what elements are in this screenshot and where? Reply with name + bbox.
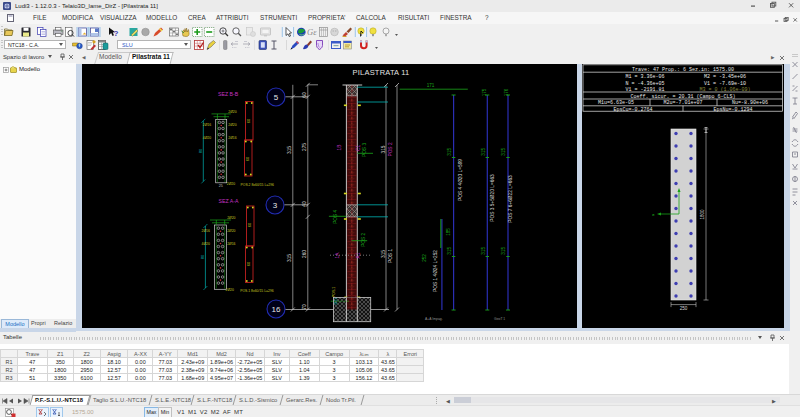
svg-text:M2 = -3.45e+06: M2 = -3.45e+06 <box>704 74 746 80</box>
svg-text:4Ø20: 4Ø20 <box>203 136 211 140</box>
svg-text:2Ø16: 2Ø16 <box>228 136 236 140</box>
svg-text:2Ø16: 2Ø16 <box>227 242 235 246</box>
svg-text:80: 80 <box>200 254 205 259</box>
svg-text:60: 60 <box>246 261 251 266</box>
svg-text:315: 315 <box>481 247 486 255</box>
svg-text:POS.1: POS.1 <box>332 287 336 298</box>
svg-text:252: 252 <box>422 254 427 262</box>
svg-text:315: 315 <box>381 145 386 153</box>
svg-text:2Ø20: 2Ø20 <box>228 110 236 114</box>
svg-text:POS 7 6+6Ø22 L=663: POS 7 6+6Ø22 L=663 <box>508 175 513 223</box>
svg-text:M1 = 3.36e-06: M1 = 3.36e-06 <box>625 74 664 80</box>
svg-text:3: 3 <box>273 201 278 210</box>
svg-text:70: 70 <box>302 304 307 310</box>
svg-text:C1: C1 <box>356 145 361 151</box>
svg-text:1B: 1B <box>337 145 342 151</box>
svg-text:315: 315 <box>381 250 386 258</box>
svg-text:60: 60 <box>246 118 251 123</box>
svg-text:315: 315 <box>447 148 452 156</box>
svg-text:2Ø20: 2Ø20 <box>228 123 236 127</box>
svg-text:25: 25 <box>219 184 223 188</box>
svg-text:SEZ B-B: SEZ B-B <box>218 91 239 97</box>
svg-text:EpsCu=-0.2764: EpsCu=-0.2764 <box>613 107 652 113</box>
svg-text:2Ø20: 2Ø20 <box>227 229 235 233</box>
svg-text:16: 16 <box>272 305 281 314</box>
svg-text:POS 2: POS 2 <box>361 232 366 246</box>
svg-text:A+A Impag.: A+A Impag. <box>425 317 443 321</box>
svg-text:315: 315 <box>447 247 452 255</box>
svg-text:POS 2: POS 2 <box>388 142 393 156</box>
svg-text:V1 = -7.69e-10: V1 = -7.69e-10 <box>704 81 746 87</box>
svg-text:2Ø16: 2Ø16 <box>203 123 211 127</box>
svg-text:315: 315 <box>501 148 506 156</box>
svg-text:EpsNu=-0.1294: EpsNu=-0.1294 <box>713 107 752 113</box>
svg-text:5: 5 <box>274 93 279 102</box>
svg-text:Nu=-8.90e+06: Nu=-8.90e+06 <box>732 100 768 106</box>
svg-text:POS.2 8x60/15 L=296: POS.2 8x60/15 L=296 <box>241 183 275 187</box>
svg-text:275: 275 <box>302 143 307 151</box>
svg-text:4Ø20: 4Ø20 <box>202 242 210 246</box>
svg-text:60: 60 <box>302 92 307 98</box>
svg-text:175: 175 <box>482 88 487 96</box>
svg-text:40: 40 <box>302 201 307 207</box>
svg-text:POS 4 4Ø20 L=599: POS 4 4Ø20 L=599 <box>458 159 463 201</box>
svg-text:80: 80 <box>198 148 203 153</box>
svg-text:PILASTRATA 11: PILASTRATA 11 <box>353 68 410 77</box>
svg-text:315: 315 <box>287 146 292 154</box>
svg-text:?: ? <box>114 28 119 37</box>
svg-text:315: 315 <box>501 247 506 255</box>
svg-text:Ø12: Ø12 <box>334 298 338 305</box>
svg-text:M2u=-7.01e+07: M2u=-7.01e+07 <box>663 100 702 106</box>
svg-text:Coeff. sicur. = 20.31 (Campo 6: Coeff. sicur. = 20.31 (Campo 6-CLS) <box>630 94 735 100</box>
svg-text:M3 = 0 (1.06e-09): M3 = 0 (1.06e-09) <box>699 87 750 93</box>
svg-text:POS.1 8x60/15 L=296: POS.1 8x60/15 L=296 <box>240 289 274 293</box>
svg-text:2Ø20: 2Ø20 <box>227 216 235 220</box>
svg-text:1800: 1800 <box>700 209 705 220</box>
svg-text:185: 185 <box>446 228 451 236</box>
svg-text:G: G <box>652 213 655 217</box>
svg-text:POS 1: POS 1 <box>388 249 393 263</box>
svg-text:60: 60 <box>245 156 250 161</box>
svg-text:SEZ A-A: SEZ A-A <box>219 198 239 204</box>
svg-text:Gε: Gε <box>307 27 317 37</box>
svg-text:250: 250 <box>680 306 688 311</box>
svg-text:N = -4.36e+05: N = -4.36e+05 <box>625 81 664 87</box>
svg-text:260: 260 <box>302 250 307 258</box>
svg-text:60: 60 <box>247 222 252 227</box>
svg-text:2Ø20: 2Ø20 <box>227 182 235 186</box>
svg-text:176: 176 <box>504 88 509 96</box>
svg-text:POS 1 4Ø24 L=252: POS 1 4Ø24 L=252 <box>433 250 438 292</box>
svg-text:Trave: 47 Prop.: 6 Sez.in: 1: Trave: 47 Prop.: 6 Sez.in: 1575.00 <box>632 67 734 73</box>
svg-text:315: 315 <box>287 254 292 262</box>
svg-text:POS 3 5+5Ø20 L=663: POS 3 5+5Ø20 L=663 <box>490 174 495 222</box>
svg-text:2Ø20: 2Ø20 <box>226 288 234 292</box>
svg-text:M1u=6.63e-05: M1u=6.63e-05 <box>598 100 634 106</box>
svg-text:171: 171 <box>427 83 435 88</box>
svg-text:GeoT 1: GeoT 1 <box>494 317 505 321</box>
svg-text:315: 315 <box>481 148 486 156</box>
svg-text:POS 3: POS 3 <box>362 143 367 157</box>
svg-text:V1 = -2191.81: V1 = -2191.81 <box>625 87 664 93</box>
svg-text:2Ø16: 2Ø16 <box>202 229 210 233</box>
